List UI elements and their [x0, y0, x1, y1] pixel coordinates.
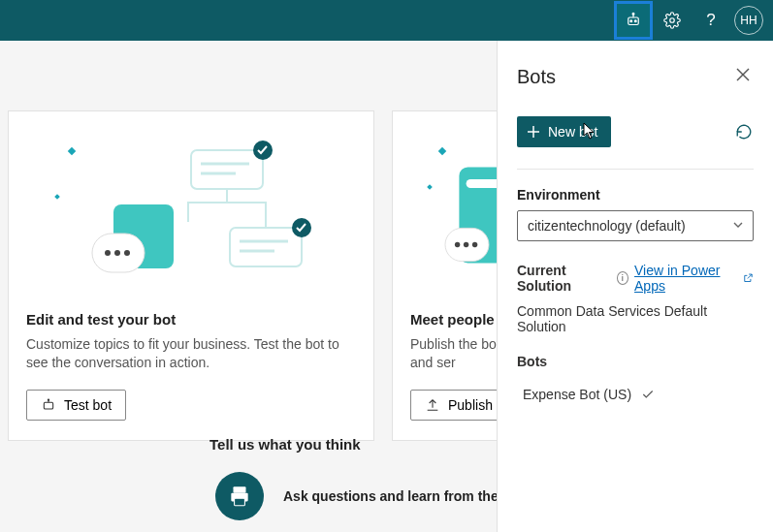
printer-icon — [227, 484, 252, 509]
svg-point-10 — [124, 250, 130, 256]
bot-icon — [625, 12, 642, 29]
external-link-icon — [743, 272, 754, 284]
svg-rect-15 — [230, 228, 302, 266]
info-icon[interactable]: i — [617, 271, 628, 285]
button-label: Test bot — [64, 397, 112, 413]
card-title: Edit and test your bot — [26, 311, 356, 328]
bots-panel: Bots New bot Environment citizentechnolo… — [497, 41, 773, 532]
avatar-initials: HH — [740, 14, 757, 27]
feedback-text: Ask questions and learn from the con — [283, 488, 527, 504]
bot-item-label: Expense Bot (US) — [523, 387, 631, 402]
svg-point-4 — [632, 13, 634, 15]
svg-point-5 — [670, 18, 675, 23]
card-edit-test: Edit and test your bot Customize topics … — [8, 110, 374, 441]
plus-icon — [527, 125, 540, 139]
button-label: New bot — [548, 124, 597, 140]
help-icon: ? — [706, 11, 715, 30]
user-avatar[interactable]: HH — [734, 6, 763, 35]
new-bot-button[interactable]: New bot — [517, 116, 611, 147]
app-header: ? HH — [0, 0, 773, 41]
environment-value: citizentechnology (default) — [517, 210, 754, 241]
svg-rect-30 — [235, 498, 245, 506]
card-desc: Customize topics to fit your business. T… — [26, 335, 356, 372]
help-header-button[interactable]: ? — [692, 1, 730, 40]
bots-list-label: Bots — [517, 354, 754, 369]
refresh-button[interactable] — [734, 122, 754, 141]
button-label: Publish b — [448, 397, 504, 413]
close-panel-button[interactable] — [732, 64, 754, 89]
svg-point-21 — [48, 399, 48, 400]
current-solution-label: Current Solution — [517, 263, 611, 294]
svg-point-27 — [472, 242, 477, 247]
svg-point-1 — [630, 20, 632, 22]
view-in-powerapps-link[interactable]: View in Power Apps — [634, 263, 754, 294]
panel-divider — [517, 169, 754, 170]
gear-icon — [663, 12, 681, 29]
feedback-icon-circle — [215, 472, 264, 520]
settings-header-button[interactable] — [653, 1, 692, 40]
bot-outline-icon — [41, 397, 56, 413]
checkmark-icon — [641, 388, 655, 401]
environment-label: Environment — [517, 187, 754, 203]
test-bot-button[interactable]: Test bot — [26, 390, 126, 421]
link-label: View in Power Apps — [634, 263, 739, 294]
bot-list-item[interactable]: Expense Bot (US) — [523, 387, 754, 402]
upload-icon — [425, 397, 440, 413]
close-icon — [736, 68, 750, 81]
svg-point-25 — [455, 242, 460, 247]
svg-point-26 — [464, 242, 468, 247]
panel-title: Bots — [517, 66, 556, 88]
flow-illustration-icon — [65, 137, 317, 292]
svg-point-9 — [114, 250, 120, 256]
svg-point-8 — [105, 250, 111, 256]
refresh-icon — [735, 123, 753, 141]
environment-select[interactable]: citizentechnology (default) — [517, 210, 754, 241]
bots-header-button[interactable] — [614, 1, 653, 40]
svg-rect-28 — [234, 486, 246, 493]
svg-point-2 — [634, 20, 636, 22]
svg-rect-19 — [44, 402, 52, 409]
card-illustration — [26, 127, 356, 301]
svg-rect-11 — [191, 150, 263, 189]
solution-name: Common Data Services Default Solution — [517, 303, 754, 334]
